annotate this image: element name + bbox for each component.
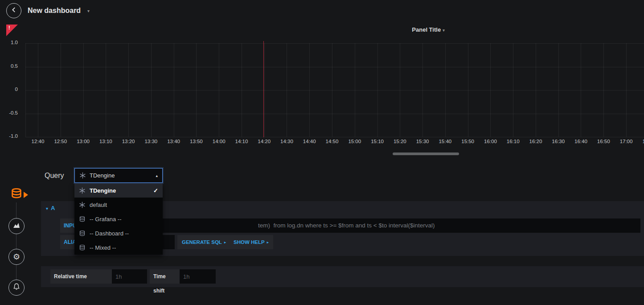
gridline-vertical: [468, 43, 468, 137]
panel-title-caret-icon: ▾: [443, 28, 445, 33]
x-tick-label: 14:50: [321, 139, 343, 144]
axis-line: [25, 43, 26, 137]
gridline-vertical: [287, 43, 287, 137]
y-tick-label: 0.5: [0, 63, 18, 69]
query-section-label: Query: [45, 168, 64, 183]
gridline-vertical: [196, 43, 197, 137]
graph-panel: 1.00.50-0.5-1.012:4012:5013:0013:1013:20…: [0, 25, 644, 156]
chevron-down-icon: ▾: [46, 206, 48, 211]
x-tick-label: 15:40: [434, 139, 456, 144]
dashboard-title[interactable]: New dashboard: [28, 0, 81, 21]
caret-right-icon: ▸: [224, 240, 226, 244]
gridline-vertical: [626, 43, 627, 137]
tdengine-icon: [79, 172, 86, 179]
tab-general[interactable]: ⚙: [8, 249, 25, 265]
y-tick-label: 0: [0, 87, 18, 92]
active-tab-arrow-icon: [24, 192, 28, 198]
x-tick-label: 12:40: [27, 139, 49, 144]
gridline-vertical: [422, 43, 423, 137]
x-tick-label: 15:10: [366, 139, 389, 144]
x-tick-label: 13:10: [94, 139, 117, 144]
gridline-vertical: [219, 43, 219, 137]
generate-sql-button[interactable]: GENERATE SQL ▸: [177, 235, 230, 249]
datasource-option[interactable]: -- Grafana --: [74, 212, 163, 226]
show-help-button[interactable]: SHOW HELP ▸: [229, 235, 273, 249]
gridline-vertical: [558, 43, 559, 137]
tab-alert[interactable]: [8, 280, 25, 296]
caret-right-icon: ▸: [267, 240, 269, 244]
x-tick-label: 15:20: [389, 139, 411, 144]
time-marker-line: [263, 41, 264, 137]
gridline-vertical: [490, 43, 491, 137]
caret-up-icon: ▴: [156, 173, 158, 178]
gridline-vertical: [128, 43, 129, 137]
panel-error-corner[interactable]: [6, 25, 18, 36]
input-sql-field[interactable]: tem) from log.dn where ts >= $from and t…: [96, 218, 640, 233]
gridline-vertical: [377, 43, 378, 137]
top-navbar: New dashboard ▾: [0, 0, 644, 21]
database-icon: [79, 230, 86, 237]
x-tick-label: 16:20: [525, 139, 547, 144]
datasource-option[interactable]: -- Mixed --: [74, 240, 163, 255]
datasource-option[interactable]: TDengine✓: [74, 183, 163, 198]
gridline-vertical: [151, 43, 152, 137]
gridline-horizontal: [25, 43, 644, 44]
database-icon: [79, 244, 86, 251]
gear-icon: ⚙: [13, 253, 20, 261]
relative-time-input[interactable]: [112, 269, 147, 284]
tdengine-icon: [79, 202, 86, 208]
x-tick-label: 14:10: [230, 139, 253, 144]
x-tick-label: 16:10: [502, 139, 524, 144]
gridline-vertical: [581, 43, 581, 137]
tab-visualization[interactable]: [8, 218, 25, 234]
x-tick-label: 15:00: [344, 139, 366, 144]
gridline-horizontal: [25, 137, 644, 137]
x-tick-label: 12:50: [49, 139, 72, 144]
back-button[interactable]: [6, 3, 21, 18]
datasource-selected-value: TDengine: [90, 172, 152, 179]
gridline-vertical: [355, 43, 355, 137]
gridline-vertical: [38, 43, 38, 137]
horizontal-scrollbar[interactable]: [393, 152, 459, 155]
time-shift-input[interactable]: [180, 269, 216, 284]
query-ref-id: A: [51, 205, 55, 211]
x-tick-label: 17:00: [615, 139, 637, 144]
x-tick-label: 15:30: [411, 139, 434, 144]
x-tick-label: 17:10: [638, 139, 644, 144]
y-tick-label: -1.0: [0, 133, 18, 139]
gridline-horizontal: [25, 90, 644, 91]
gridline-vertical: [536, 43, 536, 137]
datasource-option[interactable]: -- Dashboard --: [74, 226, 163, 240]
arrow-left-icon: [10, 6, 17, 15]
database-icon: [10, 188, 23, 202]
error-exclamation-icon: !: [8, 25, 10, 30]
tdengine-icon: [79, 187, 86, 194]
gridline-vertical: [309, 43, 310, 137]
gridline-vertical: [513, 43, 513, 137]
edit-tabs-rail: [16, 195, 16, 288]
gridline-vertical: [332, 43, 332, 137]
y-tick-label: 1.0: [0, 40, 18, 45]
x-tick-label: 16:40: [570, 139, 592, 144]
time-shift-label: Time shift: [150, 269, 180, 284]
relative-time-label: Relative time: [50, 269, 112, 284]
query-row-header[interactable]: ▾A: [46, 205, 55, 211]
panel-title[interactable]: Panel Title▾: [384, 26, 473, 33]
gridline-vertical: [445, 43, 446, 137]
gridline-horizontal: [25, 67, 644, 67]
x-tick-label: 14:20: [253, 139, 275, 144]
gridline-vertical: [174, 43, 174, 137]
x-tick-label: 16:50: [592, 139, 615, 144]
tab-queries[interactable]: [9, 187, 24, 202]
x-tick-label: 13:50: [185, 139, 207, 144]
datasource-select[interactable]: TDengine ▴: [74, 168, 163, 183]
dashboard-title-caret-icon[interactable]: ▾: [87, 0, 90, 21]
datasource-option[interactable]: default: [74, 198, 163, 212]
x-tick-label: 14:00: [208, 139, 230, 144]
time-options-panel: Relative time Time shift: [41, 266, 644, 287]
x-tick-label: 13:30: [140, 139, 162, 144]
check-icon: ✓: [153, 187, 158, 194]
x-tick-label: 15:50: [457, 139, 479, 144]
bell-icon: [12, 283, 21, 293]
gridline-horizontal: [25, 114, 644, 114]
